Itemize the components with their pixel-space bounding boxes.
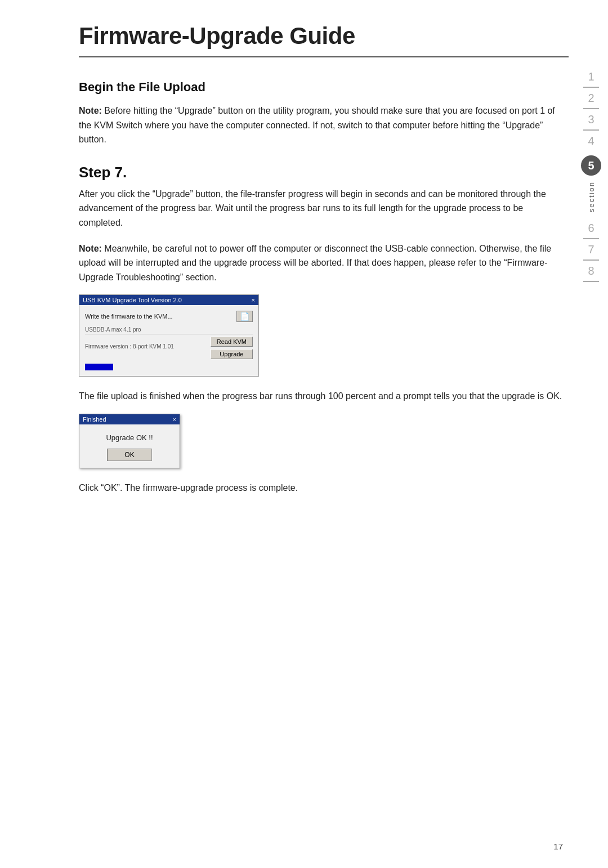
upgrade-tool-screenshot: USB KVM Upgrade Tool Version 2.0 × Write… [79, 294, 259, 377]
sidebar-item-6[interactable]: 6 [588, 222, 594, 234]
firmware-version-label: Firmware version : 8-port KVM 1.01 [85, 343, 211, 351]
sidebar-divider-7 [583, 259, 599, 261]
sidebar-item-3[interactable]: 3 [588, 114, 594, 125]
file-icon[interactable]: 📄 [236, 311, 253, 322]
upgrade-tool-body: Write the firmware to the KVM... 📄 USBDB… [79, 305, 258, 376]
sidebar-section-label: section [587, 181, 596, 212]
upgrade-tool-close-icon[interactable]: × [252, 297, 255, 303]
step7-body: After you click the “Upgrade” button, th… [79, 187, 569, 230]
write-firmware-label: Write the firmware to the KVM... [85, 313, 236, 320]
finished-dialog-title: Finished [83, 416, 106, 423]
sidebar-item-1[interactable]: 1 [588, 71, 594, 82]
begin-note: Note: Before hitting the “Upgrade” butto… [79, 104, 569, 147]
read-kvm-button[interactable]: Read KVM [211, 337, 253, 347]
sidebar-item-4[interactable]: 4 [588, 135, 594, 146]
finished-dialog-body: Upgrade OK !! OK [79, 424, 180, 468]
finished-dialog-ok-button[interactable]: OK [107, 449, 152, 461]
finished-dialog-close-icon[interactable]: × [173, 416, 176, 423]
upload-result-text: The file upload is finished when the pro… [79, 389, 569, 404]
sidebar: 1 2 3 4 5 section 6 7 8 [574, 0, 608, 868]
sidebar-item-7[interactable]: 7 [588, 244, 594, 255]
step7-note: Note: Meanwhile, be careful not to power… [79, 241, 569, 285]
begin-note-body: Before hitting the “Upgrade” button on t… [79, 106, 555, 144]
begin-note-label: Note: [79, 106, 102, 115]
step7-heading: Step 7. [79, 164, 569, 181]
sidebar-item-8[interactable]: 8 [588, 265, 594, 276]
upgrade-tool-title: USB KVM Upgrade Tool Version 2.0 [83, 297, 182, 303]
firmware-row: Firmware version : 8-port KVM 1.01 Read … [85, 337, 253, 359]
step7-note-label: Note: [79, 244, 102, 253]
begin-section-heading: Begin the File Upload [79, 80, 569, 95]
upgrade-button[interactable]: Upgrade [211, 349, 253, 359]
page-container: 1 2 3 4 5 section 6 7 8 Firmware-Upgrade… [0, 0, 608, 868]
sidebar-divider-6 [583, 238, 599, 239]
page-title: Firmware-Upgrade Guide [79, 23, 569, 57]
finished-dialog-titlebar: Finished × [79, 414, 180, 424]
step7-note-body: Meanwhile, be careful not to power off t… [79, 244, 551, 282]
main-content: Firmware-Upgrade Guide Begin the File Up… [34, 0, 569, 868]
usb-field: USBDB-A max 4.1 pro [85, 326, 253, 334]
sidebar-item-5-active[interactable]: 5 [581, 155, 601, 176]
finished-dialog: Finished × Upgrade OK !! OK [79, 414, 180, 468]
sidebar-divider-1 [583, 87, 599, 88]
final-note-text: Click “OK”. The firmware-upgrade process… [79, 481, 569, 495]
progress-row [85, 364, 253, 370]
sidebar-item-2[interactable]: 2 [588, 92, 594, 104]
page-number: 17 [553, 842, 563, 851]
sidebar-divider-3 [583, 129, 599, 131]
sidebar-divider-8 [583, 281, 599, 282]
step7-block: Step 7. After you click the “Upgrade” bu… [79, 164, 569, 230]
finished-dialog-message: Upgrade OK !! [86, 433, 173, 442]
upgrade-tool-titlebar: USB KVM Upgrade Tool Version 2.0 × [79, 295, 258, 305]
begin-file-upload-section: Begin the File Upload Note: Before hitti… [79, 80, 569, 147]
write-firmware-row: Write the firmware to the KVM... 📄 [85, 311, 253, 322]
progress-bar [85, 364, 113, 370]
sidebar-divider-2 [583, 108, 599, 109]
